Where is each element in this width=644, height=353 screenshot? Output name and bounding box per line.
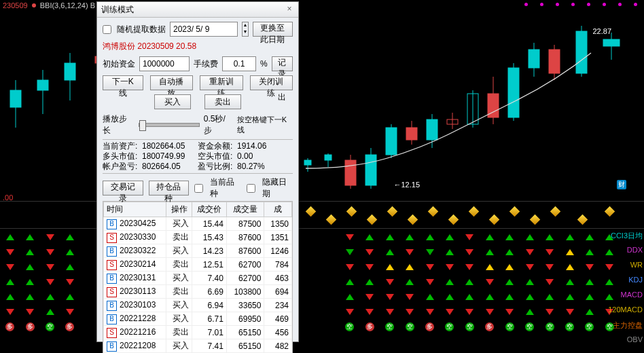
close-icon[interactable]: × — [283, 3, 296, 16]
table-row[interactable]: B20230103买入6.9433650234 — [104, 299, 292, 312]
diamond-icon — [448, 215, 459, 225]
diamond-icon — [367, 215, 378, 225]
table-row[interactable]: B20230131买入7.4062700463 — [104, 272, 292, 285]
retrain-button[interactable]: 重新训练 — [200, 75, 243, 90]
stock-code: 230509 — [3, 1, 28, 10]
speed-slider[interactable] — [139, 123, 200, 127]
diamond-icon — [387, 206, 398, 217]
svg-rect-5 — [65, 63, 75, 80]
table-row[interactable]: S20221216卖出7.0165150456 — [104, 326, 292, 339]
random-data-label: 随机提取数据 — [117, 24, 166, 35]
stats-panel: 当前资产:1802664.05 多头市值:1800749.99 帐户盈亏:802… — [103, 139, 293, 174]
signal-row: 多多空多空多空空多空空多空空空空空空 — [0, 319, 620, 334]
buy-button[interactable]: 买入 — [154, 94, 191, 109]
signal-row — [0, 274, 620, 289]
col-op[interactable]: 操作 — [166, 202, 192, 217]
svg-rect-31 — [529, 50, 539, 68]
indicator-row-label[interactable]: WR — [630, 261, 643, 269]
dialog-titlebar[interactable]: 训练模式 × — [97, 2, 298, 18]
diamond-icon — [605, 206, 615, 217]
diamond-icon — [509, 206, 520, 217]
table-row[interactable]: S20230214卖出12.5162700784 — [104, 258, 292, 272]
table-row[interactable]: S20230330卖出15.43876001351 — [104, 231, 292, 244]
step-label: 播放步长 — [103, 113, 135, 136]
svg-rect-13 — [345, 160, 356, 185]
signal-grid: 多多空多空多空空多空空多空空空空空空 — [0, 229, 620, 353]
date-spinner-icon[interactable]: ▲▼ — [242, 22, 249, 37]
price-high-label: 22.87 — [592, 27, 611, 35]
svg-rect-1 — [10, 90, 21, 107]
hide-date-label: 隐藏日期 — [262, 176, 293, 200]
col-vol[interactable]: 成交量 — [226, 202, 264, 217]
signal-row — [0, 244, 620, 259]
tab-trades[interactable]: 交易记录 — [103, 181, 143, 196]
random-data-checkbox[interactable] — [103, 25, 111, 34]
col-price[interactable]: 成交价 — [192, 202, 226, 217]
close-train-button[interactable]: 关闭训练 — [250, 75, 293, 90]
table-row[interactable]: B20221208买入7.4165150482 — [104, 339, 292, 353]
cai-badge[interactable]: 财 — [617, 180, 626, 189]
indicator-row-label[interactable]: CCI3日均 — [611, 231, 643, 241]
indicator-row-label[interactable]: OBV — [627, 335, 643, 343]
indicator-strip — [0, 204, 624, 227]
bullet-icon — [32, 3, 36, 7]
svg-rect-35 — [576, 31, 587, 73]
signal-row — [0, 304, 620, 319]
indicator-row-label[interactable]: KDJ — [628, 276, 643, 284]
svg-rect-21 — [427, 119, 437, 140]
table-row[interactable]: B20230322买入14.23876001246 — [104, 244, 292, 258]
signal-row — [0, 259, 620, 274]
svg-rect-11 — [325, 155, 332, 160]
svg-rect-15 — [365, 155, 376, 185]
svg-rect-9 — [304, 160, 311, 165]
fee-input[interactable] — [222, 56, 256, 71]
diamond-icon — [346, 206, 357, 217]
signal-row — [0, 289, 620, 304]
indicator-row-label[interactable]: DDX — [627, 246, 643, 254]
table-row[interactable]: B20230425买入15.44875001350 — [104, 217, 292, 231]
init-fund-input[interactable] — [139, 56, 190, 71]
autoplay-button[interactable]: 自动播放 — [150, 75, 193, 90]
date-input[interactable] — [170, 22, 238, 37]
trades-table-wrap[interactable]: 时间 操作 成交价 成交量 成 B20230425买入15.4487500135… — [103, 201, 293, 353]
switch-date-button[interactable]: 更换至此日期 — [253, 22, 293, 37]
diamond-icon — [326, 215, 337, 225]
col-time[interactable]: 时间 — [104, 202, 166, 217]
signal-row — [0, 229, 620, 244]
hide-date-checkbox[interactable] — [247, 184, 255, 193]
svg-rect-37 — [603, 39, 620, 46]
indicator-row-label[interactable]: MACD — [621, 291, 643, 299]
trades-table: 时间 操作 成交价 成交量 成 B20230425买入15.4487500135… — [103, 202, 292, 353]
diamond-icon — [530, 215, 541, 225]
next-k-button[interactable]: 下一K线 — [103, 75, 143, 90]
training-mode-dialog: 训练模式 × 随机提取数据 ▲▼ 更换至此日期 鸿博股份 20230509 20… — [96, 1, 299, 342]
diamond-icon — [408, 215, 418, 225]
price-low-label: ←12.15 — [393, 181, 420, 189]
current-only-checkbox[interactable] — [194, 184, 203, 193]
current-only-label: 当前品种 — [210, 176, 241, 200]
diamond-icon — [550, 206, 561, 217]
export-button[interactable]: 记录导出 — [272, 56, 293, 71]
tab-holds[interactable]: 持仓品种 — [149, 181, 190, 196]
init-fund-label: 初始资金 — [103, 58, 135, 70]
svg-rect-3 — [37, 80, 48, 90]
diamond-icon — [577, 215, 588, 225]
indicator-row-label[interactable]: 主力控盘 — [613, 320, 643, 331]
table-row[interactable]: B20221228买入6.7169950469 — [104, 312, 292, 326]
svg-rect-29 — [508, 68, 519, 117]
bbi-indicator-label: BBI(3,6,12,24) B — [40, 1, 95, 10]
indicator-row-label[interactable]: 120MACD — [608, 305, 643, 314]
header-dots — [524, 3, 637, 6]
svg-rect-19 — [406, 128, 417, 140]
col-amt[interactable]: 成 — [264, 202, 292, 217]
svg-rect-17 — [386, 128, 397, 155]
fee-label: 手续费 — [194, 58, 218, 70]
step-value: 0.5秒/步 — [204, 113, 233, 136]
sell-button[interactable]: 卖出 — [204, 94, 241, 109]
space-hint: 按空格键下一K线 — [237, 115, 293, 135]
diamond-icon — [469, 206, 480, 217]
diamond-icon — [489, 215, 500, 225]
table-row[interactable]: S20230113卖出6.69103800694 — [104, 285, 292, 299]
diamond-icon — [428, 206, 439, 217]
diamond-icon — [306, 206, 317, 217]
